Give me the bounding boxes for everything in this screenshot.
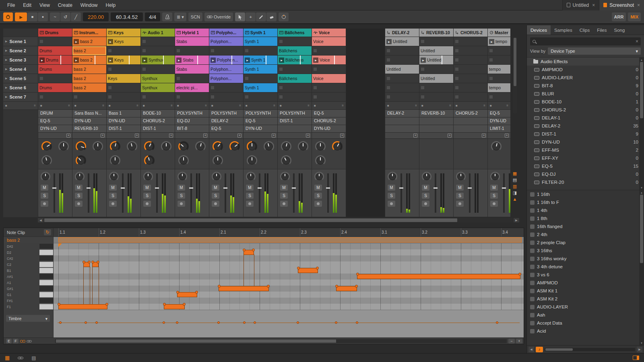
- pan-knob[interactable]: [143, 172, 153, 181]
- grid-view-icon[interactable]: ▦: [512, 170, 518, 177]
- piano-key[interactable]: [39, 304, 53, 310]
- editor-link-icon[interactable]: [27, 337, 32, 345]
- scene-stop-row[interactable]: ■≡: [3, 102, 38, 109]
- track-header[interactable]: Bällchens: [278, 29, 312, 37]
- clip-slot[interactable]: Drums: [38, 65, 72, 74]
- mute-button[interactable]: M: [314, 185, 322, 191]
- device-slot[interactable]: LIMIT-1: [488, 125, 510, 132]
- expression-point[interactable]: [243, 321, 246, 324]
- device-slot[interactable]: Sara Bass N...: [72, 110, 106, 117]
- volume-fader[interactable]: [156, 173, 158, 213]
- clip-slot-empty[interactable]: [454, 65, 487, 74]
- piano-key-row[interactable]: A#1: [4, 274, 53, 280]
- macro-knob[interactable]: [491, 141, 502, 152]
- fader-handle[interactable]: [258, 187, 262, 189]
- arrange-view-button[interactable]: ARR: [612, 12, 626, 21]
- pan-knob[interactable]: [388, 172, 397, 181]
- search-input[interactable]: [538, 39, 634, 44]
- add-object-tool-button[interactable]: +: [246, 12, 256, 21]
- menu-edit[interactable]: Edit: [19, 1, 35, 10]
- track-stop-row[interactable]: ■≡: [175, 102, 209, 109]
- clip-stop-button[interactable]: [211, 86, 214, 89]
- volume-fader[interactable]: [400, 173, 402, 213]
- clip-slot-empty[interactable]: [488, 46, 510, 55]
- track-stop-row[interactable]: ■≡: [244, 102, 277, 109]
- fader-handle[interactable]: [155, 187, 159, 189]
- preview-volume-slider[interactable]: [545, 348, 635, 351]
- clip-slot[interactable]: Untitled: [419, 46, 453, 55]
- clip-slot[interactable]: Stabs: [175, 37, 209, 46]
- track-header[interactable]: Voice: [312, 29, 346, 37]
- piano-key-row[interactable]: F#1: [4, 298, 53, 304]
- preset-item[interactable]: 2 people Clap: [527, 239, 644, 247]
- device-slot[interactable]: POLYSYNTH: [209, 110, 243, 117]
- clip-slot-empty[interactable]: [312, 65, 346, 74]
- scrollbar-handle[interactable]: [44, 218, 457, 222]
- expression-selector-dropdown[interactable]: Timbre ▾: [6, 315, 50, 322]
- solo-button[interactable]: S: [75, 193, 83, 199]
- scrollbar-handle[interactable]: [640, 62, 643, 118]
- mute-button[interactable]: M: [212, 185, 219, 191]
- device-item[interactable]: DELAY-10: [527, 114, 644, 122]
- device-slot[interactable]: CHORUS-2: [312, 117, 346, 125]
- link-icon[interactable]: [18, 356, 23, 360]
- solo-button[interactable]: S: [246, 193, 254, 199]
- fader-handle[interactable]: [502, 187, 506, 189]
- track-header[interactable]: DELAY-2: [385, 29, 419, 37]
- clip-stop-button[interactable]: [314, 95, 317, 99]
- pointer-tool-button[interactable]: [235, 12, 245, 21]
- mute-button[interactable]: M: [143, 185, 151, 191]
- preset-item[interactable]: ASM Kit 1: [527, 287, 644, 295]
- zoom-out-button[interactable]: −: [508, 339, 515, 343]
- clip-stop-button[interactable]: [387, 86, 390, 89]
- clip-slot[interactable]: Untitled: [385, 65, 419, 74]
- device-slot[interactable]: [419, 117, 453, 125]
- midi-note[interactable]: [219, 286, 269, 291]
- clip-stop-button[interactable]: [177, 49, 180, 52]
- mute-button[interactable]: M: [41, 185, 48, 191]
- clip-slot[interactable]: ▶Untitled: [385, 37, 419, 46]
- clip-slot-empty[interactable]: [454, 56, 487, 64]
- record-arm-button[interactable]: [143, 201, 151, 207]
- expression-lane[interactable]: [54, 310, 524, 338]
- clip-slot-empty[interactable]: [107, 93, 140, 101]
- expression-point[interactable]: [335, 321, 337, 324]
- device-item[interactable]: EQ-515: [527, 162, 644, 170]
- clip-slot-empty[interactable]: [454, 93, 487, 101]
- device-slot[interactable]: [385, 117, 419, 125]
- add-device-button[interactable]: +: [101, 134, 105, 138]
- fader-handle[interactable]: [52, 187, 56, 189]
- fader-handle[interactable]: [87, 187, 91, 189]
- macro-knob[interactable]: [332, 141, 343, 152]
- fader-handle[interactable]: [189, 187, 193, 189]
- midi-note[interactable]: [357, 274, 520, 279]
- midi-note[interactable]: [177, 292, 197, 297]
- midi-note[interactable]: [298, 268, 318, 273]
- device-slot[interactable]: DELAY-2: [385, 110, 419, 117]
- preset-item[interactable]: 3 vs 6: [527, 271, 644, 279]
- volume-fader[interactable]: [190, 173, 192, 213]
- pan-knob[interactable]: [212, 172, 221, 181]
- expression-point[interactable]: [217, 321, 220, 324]
- clip-stop-button[interactable]: [489, 58, 493, 62]
- track-header[interactable]: Master: [488, 29, 510, 37]
- session-vertical-scrollbar[interactable]: [513, 37, 517, 113]
- device-slot[interactable]: EQ-DJ: [175, 117, 209, 125]
- clip-stop-button[interactable]: [279, 68, 283, 71]
- loop-button[interactable]: ↺: [60, 12, 70, 21]
- menu-file[interactable]: File: [3, 1, 19, 10]
- scroll-up-button[interactable]: ▲: [640, 58, 643, 62]
- clip-slot-empty[interactable]: [141, 65, 175, 74]
- volume-fader[interactable]: [327, 173, 329, 213]
- scene-5[interactable]: ▶Scene 5: [3, 74, 38, 83]
- clear-search-button[interactable]: ×: [636, 39, 638, 44]
- midi-note[interactable]: [164, 304, 185, 309]
- clip-stop-button[interactable]: [387, 49, 390, 52]
- clip-slot[interactable]: Synth 1: [244, 83, 277, 92]
- clip-stop-button[interactable]: [421, 40, 424, 43]
- clip-slot-empty[interactable]: [385, 56, 419, 64]
- device-slot[interactable]: EQ-5: [312, 110, 346, 117]
- add-device-button[interactable]: +: [413, 134, 417, 138]
- preset-item[interactable]: Aah: [527, 311, 644, 319]
- mute-button[interactable]: M: [246, 185, 254, 191]
